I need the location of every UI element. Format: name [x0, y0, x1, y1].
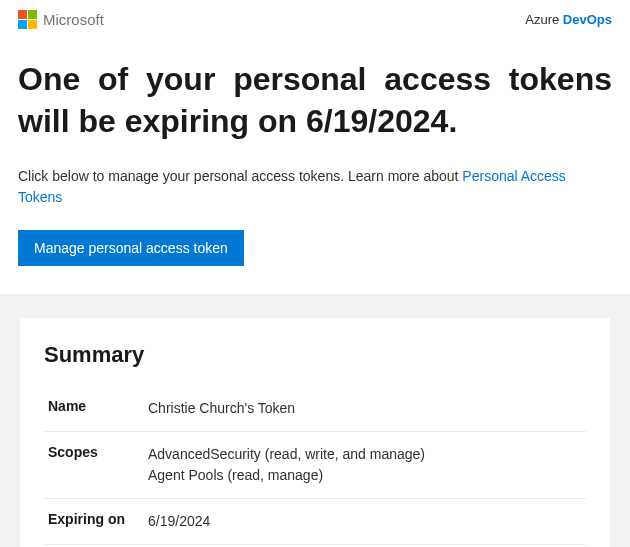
- label-name: Name: [44, 386, 144, 432]
- table-row: Scopes AdvancedSecurity (read, write, an…: [44, 432, 586, 499]
- subtext: Click below to manage your personal acce…: [18, 166, 612, 208]
- label-expiring: Expiring on: [44, 499, 144, 545]
- scope-line-1: AdvancedSecurity (read, write, and manag…: [148, 446, 425, 462]
- value-name: Christie Church's Token: [144, 386, 586, 432]
- value-scopes: AdvancedSecurity (read, write, and manag…: [144, 432, 586, 499]
- microsoft-text: Microsoft: [43, 11, 104, 28]
- azure-devops-label: Azure DevOps: [525, 12, 612, 27]
- devops-text: DevOps: [563, 12, 612, 27]
- summary-table: Name Christie Church's Token Scopes Adva…: [44, 386, 586, 547]
- summary-card: Summary Name Christie Church's Token Sco…: [20, 318, 610, 547]
- manage-button[interactable]: Manage personal access token: [18, 230, 244, 266]
- summary-section: Summary Name Christie Church's Token Sco…: [0, 294, 630, 547]
- summary-heading: Summary: [44, 342, 586, 368]
- value-expiring: 6/19/2024: [144, 499, 586, 545]
- label-scopes: Scopes: [44, 432, 144, 499]
- microsoft-logo: Microsoft: [18, 10, 104, 29]
- scope-line-2: Agent Pools (read, manage): [148, 467, 323, 483]
- table-row: Name Christie Church's Token: [44, 386, 586, 432]
- microsoft-icon: [18, 10, 37, 29]
- header-bar: Microsoft Azure DevOps: [0, 0, 630, 37]
- table-row: Expiring on 6/19/2024: [44, 499, 586, 545]
- page-title: One of your personal access tokens will …: [18, 59, 612, 142]
- subtext-prefix: Click below to manage your personal acce…: [18, 168, 462, 184]
- azure-text: Azure: [525, 12, 563, 27]
- main-content: One of your personal access tokens will …: [0, 37, 630, 294]
